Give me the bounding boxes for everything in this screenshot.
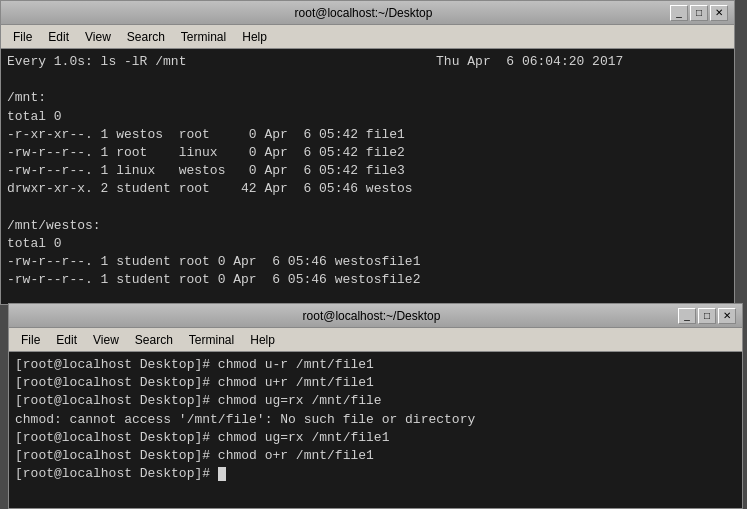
terminal-cursor <box>218 467 226 481</box>
minimize-button-2[interactable]: _ <box>678 308 696 324</box>
terminal-window-2: root@localhost:~/Desktop _ □ ✕ File Edit… <box>8 303 743 509</box>
menu-bar-2: File Edit View Search Terminal Help <box>9 328 742 352</box>
close-button-1[interactable]: ✕ <box>710 5 728 21</box>
terminal-output-2: [root@localhost Desktop]# chmod u-r /mnt… <box>9 352 742 508</box>
menu-terminal-2[interactable]: Terminal <box>181 331 242 349</box>
maximize-button-2[interactable]: □ <box>698 308 716 324</box>
title-bar-1: root@localhost:~/Desktop _ □ ✕ <box>1 1 734 25</box>
window-title-1: root@localhost:~/Desktop <box>57 6 670 20</box>
close-button-2[interactable]: ✕ <box>718 308 736 324</box>
window-controls-2: _ □ ✕ <box>678 308 736 324</box>
menu-bar-1: File Edit View Search Terminal Help <box>1 25 734 49</box>
terminal-window-1: root@localhost:~/Desktop _ □ ✕ File Edit… <box>0 0 735 305</box>
menu-view-1[interactable]: View <box>77 28 119 46</box>
terminal-output-1: Every 1.0s: ls -lR /mnt Thu Apr 6 06:04:… <box>1 49 734 304</box>
menu-terminal-1[interactable]: Terminal <box>173 28 234 46</box>
menu-help-2[interactable]: Help <box>242 331 283 349</box>
maximize-button-1[interactable]: □ <box>690 5 708 21</box>
menu-help-1[interactable]: Help <box>234 28 275 46</box>
menu-edit-1[interactable]: Edit <box>40 28 77 46</box>
window-controls-1: _ □ ✕ <box>670 5 728 21</box>
menu-search-2[interactable]: Search <box>127 331 181 349</box>
menu-file-2[interactable]: File <box>13 331 48 349</box>
title-bar-2: root@localhost:~/Desktop _ □ ✕ <box>9 304 742 328</box>
menu-file-1[interactable]: File <box>5 28 40 46</box>
window-title-2: root@localhost:~/Desktop <box>65 309 678 323</box>
minimize-button-1[interactable]: _ <box>670 5 688 21</box>
menu-edit-2[interactable]: Edit <box>48 331 85 349</box>
menu-view-2[interactable]: View <box>85 331 127 349</box>
menu-search-1[interactable]: Search <box>119 28 173 46</box>
